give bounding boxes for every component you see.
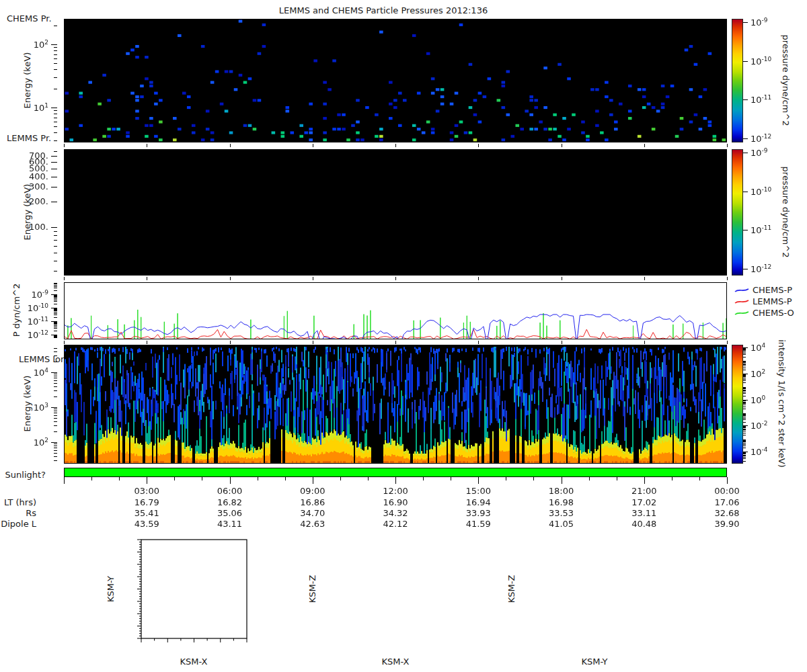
ephemeris-value: 40.48 bbox=[623, 519, 666, 529]
time-tick-label: 18:00 bbox=[540, 486, 583, 496]
cb3-minor-tick bbox=[743, 440, 746, 441]
cb3-minor-tick bbox=[743, 422, 746, 423]
panel-gap-tick bbox=[395, 341, 396, 344]
cb3-minor-tick bbox=[743, 393, 746, 394]
cb2-major-tick bbox=[743, 269, 748, 269]
cb3-minor-tick bbox=[743, 452, 746, 453]
cb3-minor-tick bbox=[743, 354, 746, 355]
cb3-minor-tick bbox=[743, 417, 746, 417]
ephemeris-value: 32.68 bbox=[705, 508, 748, 518]
cb3-minor-tick bbox=[743, 379, 746, 380]
hour-tick bbox=[230, 477, 231, 484]
cb3-minor-tick bbox=[743, 409, 746, 409]
cb3-minor-tick bbox=[743, 375, 746, 376]
p2-tick-label: 200. bbox=[5, 196, 48, 206]
ephemeris-value: 41.59 bbox=[457, 519, 500, 529]
cb3-minor-tick bbox=[743, 426, 746, 427]
p1-minor-tick bbox=[54, 122, 57, 122]
p2-major-tick bbox=[51, 162, 57, 163]
cb3-minor-tick bbox=[743, 362, 746, 363]
ephemeris-value: 33.53 bbox=[540, 508, 583, 518]
cb2-tick-label: 10-9 bbox=[751, 147, 768, 158]
p1-minor-tick bbox=[54, 89, 57, 89]
cb3-minor-tick bbox=[743, 456, 746, 456]
p4-minor-tick bbox=[54, 362, 57, 362]
p1-tick-label: 101 bbox=[5, 102, 48, 113]
p3-minor-tick bbox=[54, 300, 57, 300]
p4-minor-tick bbox=[54, 376, 57, 376]
p3-minor-tick bbox=[54, 295, 57, 296]
p3-minor-tick bbox=[54, 323, 57, 323]
cb3-minor-tick bbox=[743, 433, 746, 433]
cb2-tick-label: 10-12 bbox=[751, 263, 771, 274]
panel-gap-tick bbox=[478, 144, 479, 147]
cb3-minor-tick bbox=[743, 454, 746, 454]
ephemeris-value: 43.11 bbox=[208, 519, 252, 529]
cb3-minor-tick bbox=[743, 376, 746, 376]
ephemeris-value: 34.70 bbox=[291, 508, 334, 518]
p4-minor-tick bbox=[54, 378, 57, 378]
panel-gap-tick bbox=[395, 277, 396, 280]
cb3-minor-tick bbox=[743, 364, 746, 365]
ephemeris-value: 16.94 bbox=[457, 497, 500, 507]
p4-major-tick bbox=[51, 407, 57, 408]
p3-tick-label: 10-11 bbox=[5, 316, 48, 327]
p3-minor-tick bbox=[54, 337, 57, 338]
ephemeris-value: 33.93 bbox=[457, 508, 500, 518]
cb3-minor-tick bbox=[743, 443, 746, 444]
p2-minor-tick bbox=[54, 261, 57, 261]
p1-major-tick bbox=[51, 44, 57, 45]
cb3-minor-tick bbox=[743, 370, 746, 370]
p2-tick-label: 300. bbox=[5, 181, 48, 192]
cb3-minor-tick bbox=[743, 453, 746, 454]
ephemeris-value: 17.06 bbox=[705, 497, 748, 507]
p4-tick-label: 102 bbox=[5, 437, 48, 448]
hour-tick bbox=[340, 477, 341, 480]
cb3-minor-tick bbox=[743, 442, 746, 442]
p3-minor-tick bbox=[54, 283, 57, 284]
cb3-minor-tick bbox=[743, 415, 746, 415]
p1-minor-tick bbox=[54, 118, 57, 118]
cb3-minor-tick bbox=[743, 400, 746, 401]
time-tick-label: 21:00 bbox=[623, 486, 666, 496]
cb3-minor-tick bbox=[743, 431, 746, 431]
p3-minor-tick bbox=[54, 324, 57, 325]
cb3-minor-tick bbox=[743, 405, 746, 405]
p3-minor-tick bbox=[54, 304, 57, 304]
p1-minor-tick bbox=[54, 26, 57, 26]
p4-minor-tick bbox=[54, 431, 57, 432]
cb3-minor-tick bbox=[743, 392, 746, 392]
cb3-minor-tick bbox=[743, 366, 746, 366]
panel-gap-tick bbox=[644, 144, 645, 147]
p1-minor-tick bbox=[54, 54, 57, 55]
cb3-minor-tick bbox=[743, 429, 746, 429]
p4-minor-tick bbox=[54, 413, 57, 413]
p1-minor-tick bbox=[54, 132, 57, 133]
hour-tick bbox=[91, 477, 92, 480]
panel-gap-tick bbox=[230, 341, 231, 344]
cb3-minor-tick bbox=[743, 353, 746, 353]
panel-gap-tick bbox=[64, 341, 65, 344]
p4-minor-tick bbox=[54, 453, 57, 454]
panel-gap-tick bbox=[395, 144, 396, 147]
p4-minor-tick bbox=[54, 460, 57, 461]
cb3-minor-tick bbox=[743, 427, 746, 428]
p3-tick-label: 10-9 bbox=[5, 289, 48, 300]
ephemeris-value: 42.63 bbox=[291, 519, 334, 529]
p4-major-tick bbox=[51, 372, 57, 373]
hour-tick bbox=[147, 477, 147, 484]
cb3-minor-tick bbox=[743, 368, 746, 368]
cb1-tick-label: 10-10 bbox=[751, 56, 771, 67]
cb2-tick-label: 10-10 bbox=[751, 186, 771, 197]
ephemeris-value: 33.11 bbox=[623, 508, 666, 518]
hour-tick bbox=[617, 477, 617, 480]
cb3-minor-tick bbox=[743, 390, 746, 390]
p1-tick-label: 102 bbox=[5, 39, 48, 50]
p3-minor-tick bbox=[54, 322, 57, 323]
hour-tick bbox=[451, 477, 451, 480]
cb3-minor-tick bbox=[743, 348, 746, 349]
panel-gap-tick bbox=[562, 144, 562, 147]
hour-tick bbox=[727, 477, 728, 484]
cb3-minor-tick bbox=[743, 357, 746, 358]
cb3-minor-tick bbox=[743, 387, 746, 388]
